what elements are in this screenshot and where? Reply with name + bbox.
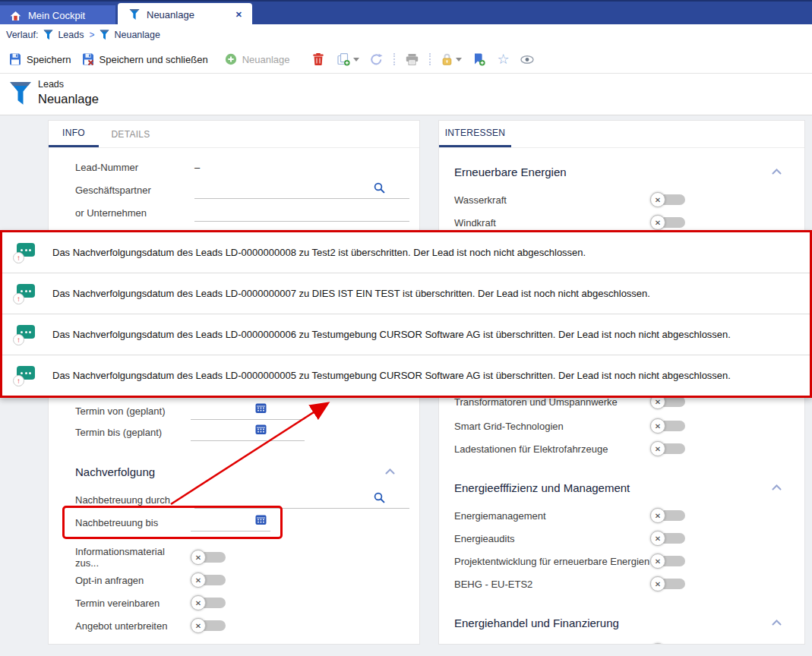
windkraft-toggle[interactable]	[650, 215, 687, 230]
page-title: Neuanlage	[38, 92, 99, 106]
section-nachverfolgung: Nachverfolgung	[75, 462, 395, 481]
save-button[interactable]: Speichern	[9, 46, 71, 73]
toggle-row: BEHG - EU-ETS2	[454, 572, 687, 595]
field-lead-nummer: Lead-Nummer –	[75, 156, 409, 178]
info-panel-tabs: INFO DETAILS	[49, 121, 419, 148]
field-termin-bis: Termin bis (geplant)	[75, 421, 409, 443]
save-and-close-button[interactable]: Speichern und schließen	[82, 46, 208, 73]
angebot-toggle[interactable]	[191, 618, 227, 633]
collapse-chevron-icon[interactable]	[772, 169, 782, 175]
field-or-unternehmen: or Unternehmen	[75, 201, 409, 224]
ladestationen-toggle[interactable]	[650, 441, 687, 456]
breadcrumb-prefix: Verlauf:	[6, 30, 38, 40]
toggle-row: Termin vereinbaren	[75, 591, 227, 614]
collapse-chevron-icon[interactable]	[385, 468, 395, 475]
tab-interessen[interactable]: INTERESSEN	[439, 121, 511, 147]
notification-icon	[14, 242, 36, 263]
toggle-row: Wasserkraft	[454, 188, 687, 211]
toggle-row: Projektentwicklung für erneuerbare Energ…	[454, 550, 687, 572]
up-arrow-badge-icon	[13, 375, 24, 386]
breadcrumb-item-leads[interactable]: Leads	[43, 30, 84, 40]
funnel-icon	[43, 30, 53, 40]
breadcrumb-separator: >	[89, 30, 94, 40]
toggle-row: Smart Grid-Technologien	[454, 415, 687, 437]
lock-caret-icon[interactable]	[456, 58, 462, 62]
toolbar: Speichern Speichern und schließen Neuanl…	[0, 46, 812, 74]
search-icon[interactable]	[374, 182, 385, 197]
notification-item[interactable]: Das Nachverfolgungsdatum des Leads LD-00…	[2, 314, 810, 355]
unternehmen-input[interactable]	[194, 203, 359, 222]
breadcrumb: Verlauf: Leads > Neuanlage	[0, 24, 812, 46]
tab-info[interactable]: INFO	[49, 121, 99, 147]
save-icon	[9, 53, 21, 65]
opt-in-toggle[interactable]	[191, 572, 227, 588]
new-record-button[interactable]: Neuanlage	[225, 46, 290, 73]
collapse-chevron-icon[interactable]	[772, 484, 782, 490]
notification-icon	[14, 283, 36, 304]
section-energiehandel: Energiehandel und Finanzierung	[454, 613, 782, 632]
leads-funnel-icon	[9, 80, 32, 109]
up-arrow-badge-icon	[13, 334, 24, 345]
refresh-icon[interactable]	[370, 53, 383, 66]
informationsmaterial-toggle[interactable]	[191, 550, 227, 565]
notification-item[interactable]: Das Nachverfolgungsdatum des Leads LD-00…	[2, 232, 810, 273]
notification-icon	[14, 324, 36, 345]
energiemanagement-toggle[interactable]	[650, 508, 687, 523]
up-arrow-badge-icon	[13, 293, 24, 304]
copy-caret-icon[interactable]	[353, 58, 359, 62]
entity-header: Leads Neuanlage	[0, 74, 812, 115]
field-geschaeftspartner: Geschäftspartner	[75, 178, 409, 201]
toggle-row: Energieaudits	[454, 527, 687, 550]
tab-details[interactable]: DETAILS	[99, 121, 163, 147]
search-icon[interactable]	[374, 492, 385, 506]
notification-item[interactable]: Das Nachverfolgungsdatum des Leads LD-00…	[2, 355, 810, 396]
projektentwicklung-toggle[interactable]	[650, 554, 687, 569]
tab-label: Neuanlage	[147, 9, 194, 20]
behg-eu-ets2-toggle[interactable]	[650, 576, 687, 591]
application-window: Mein Cockpit Neuanlage ✕ Verlauf: Leads …	[0, 0, 812, 656]
window-tab-bar: Mein Cockpit Neuanlage ✕	[0, 0, 812, 24]
highlight-box	[62, 506, 283, 539]
favorite-star-icon[interactable]: ☆	[498, 52, 510, 66]
termin-vereinbaren-toggle[interactable]	[191, 595, 227, 610]
home-icon	[10, 11, 21, 21]
geschaeftspartner-input[interactable]	[194, 181, 359, 200]
visibility-eye-icon[interactable]	[520, 55, 534, 64]
notification-overlay: Das Nachverfolgungsdatum des Leads LD-00…	[0, 230, 812, 398]
bookmark-add-icon[interactable]	[472, 53, 485, 66]
tab-neuanlage[interactable]: Neuanlage ✕	[118, 3, 252, 26]
field-termin-von: Termin von (geplant)	[75, 399, 409, 422]
print-icon[interactable]	[406, 54, 419, 65]
toolbar-divider	[393, 53, 395, 65]
toggle-row: Informationsmaterial zus...	[75, 546, 227, 569]
toggle-row: Ladestationen für Elektrofahrzeuge	[454, 437, 687, 460]
section-energieeffizienz: Energieefffizienz und Management	[454, 478, 782, 497]
up-arrow-badge-icon	[13, 252, 24, 263]
calendar-icon[interactable]	[255, 424, 267, 438]
plus-circle-icon	[225, 53, 237, 65]
toggle-row: Energiemanagement	[454, 504, 687, 527]
wasserkraft-toggle[interactable]	[650, 192, 687, 207]
lead-nummer-value: –	[194, 162, 200, 173]
calendar-icon[interactable]	[255, 402, 267, 417]
breadcrumb-item-neuanlage[interactable]: Neuanlage	[100, 30, 160, 40]
copy-record-icon[interactable]	[337, 53, 350, 66]
tab-mein-cockpit[interactable]: Mein Cockpit	[0, 5, 115, 26]
lock-icon[interactable]	[441, 53, 453, 65]
smart-grid-toggle[interactable]	[650, 418, 687, 434]
toolbar-divider	[429, 53, 431, 65]
energieaudits-toggle[interactable]	[650, 531, 687, 546]
partial-toggle[interactable]	[650, 643, 687, 645]
section-erneuerbare-energien: Erneuerbare Energien	[454, 162, 782, 181]
notification-item[interactable]: Das Nachverfolgungsdatum des Leads LD-00…	[2, 273, 810, 314]
delete-icon[interactable]	[313, 53, 324, 65]
save-close-icon	[82, 53, 94, 65]
notification-icon	[14, 365, 36, 386]
close-icon[interactable]: ✕	[235, 10, 242, 20]
toggle-row: Opt-in anfragen	[75, 569, 227, 591]
interessen-panel-tabs: INTERESSEN	[439, 121, 804, 148]
collapse-chevron-icon[interactable]	[772, 620, 782, 626]
tab-label: Mein Cockpit	[28, 10, 85, 21]
funnel-icon	[100, 30, 109, 40]
toggle-row: Angebot unterbreiten	[75, 614, 227, 637]
